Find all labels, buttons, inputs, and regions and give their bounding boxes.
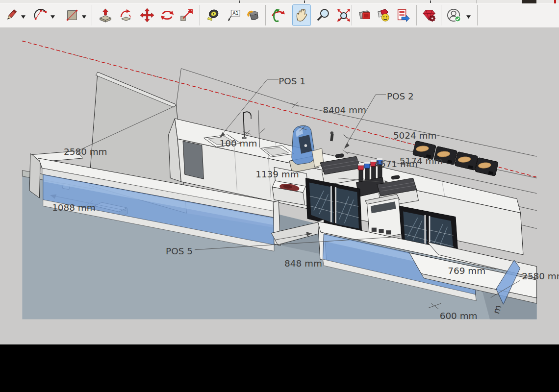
account-dropdown[interactable] bbox=[465, 13, 472, 20]
rotate-tool-button[interactable] bbox=[158, 4, 177, 26]
follow-me-tool-button[interactable] bbox=[117, 4, 135, 26]
account-icon bbox=[446, 8, 462, 23]
tape-measure-icon bbox=[206, 8, 221, 23]
line-tool-button[interactable] bbox=[2, 4, 21, 26]
tape-measure-tool-button[interactable] bbox=[204, 4, 223, 26]
chevron-down-icon bbox=[51, 15, 55, 19]
model-scene: POS 1 8404 mm POS 2 5024 mm 4571 mm 5174… bbox=[0, 27, 559, 344]
label-2580-right[interactable]: 2580 mm bbox=[522, 271, 559, 281]
toolbar-separator bbox=[265, 5, 266, 25]
toolbar-overflow-strip bbox=[0, 0, 559, 3]
label-100[interactable]: 100 mm bbox=[220, 138, 257, 148]
main-toolbar: A1 bbox=[0, 3, 559, 28]
label-pos5[interactable]: POS 5 bbox=[166, 246, 193, 256]
follow-me-icon bbox=[119, 8, 133, 23]
arc-icon bbox=[33, 8, 48, 23]
label-1088[interactable]: 1088 mm bbox=[52, 202, 95, 213]
push-pull-tool-button[interactable] bbox=[96, 4, 115, 26]
toolbar-separator bbox=[416, 5, 417, 25]
toolbar-separator bbox=[200, 5, 200, 25]
pan-hand-icon bbox=[294, 8, 309, 23]
3d-viewport[interactable]: POS 1 8404 mm POS 2 5024 mm 4571 mm 5174… bbox=[0, 27, 559, 344]
chevron-down-icon bbox=[466, 15, 471, 19]
export-report-button[interactable] bbox=[393, 4, 412, 26]
label-848[interactable]: 848 mm bbox=[284, 258, 322, 269]
dishwasher-front[interactable] bbox=[183, 141, 203, 179]
plugin-store-button[interactable] bbox=[374, 4, 393, 26]
export-page-icon bbox=[395, 8, 410, 23]
rectangle-icon bbox=[65, 8, 79, 23]
label-1139[interactable]: 1139 mm bbox=[255, 169, 299, 179]
toolbar-separator bbox=[92, 5, 92, 25]
orbit-icon bbox=[271, 8, 285, 23]
ruby-gear-icon bbox=[422, 8, 436, 23]
zoom-icon bbox=[316, 8, 330, 23]
rotate-icon bbox=[160, 8, 175, 23]
label-2580[interactable]: 2580 mm bbox=[64, 147, 107, 157]
label-600[interactable]: 600 mm bbox=[440, 311, 478, 321]
zoom-extents-button[interactable] bbox=[334, 4, 353, 26]
text-tool-icon: A1 bbox=[227, 8, 241, 23]
chevron-down-icon bbox=[82, 15, 86, 19]
line-tool-dropdown[interactable] bbox=[20, 13, 26, 20]
rectangle-tool-button[interactable] bbox=[63, 4, 81, 26]
pencil-icon bbox=[4, 8, 19, 23]
strip-separator bbox=[476, 0, 477, 3]
scale-tool-button[interactable] bbox=[177, 4, 196, 26]
ruby-smiley-icon bbox=[376, 8, 391, 23]
toolbar-separator bbox=[477, 5, 478, 25]
send-to-layout-button[interactable] bbox=[356, 4, 375, 26]
label-pos2[interactable]: POS 2 bbox=[387, 91, 414, 101]
paint-bucket-tool-button[interactable] bbox=[244, 4, 263, 26]
move-icon bbox=[140, 8, 154, 23]
pan-tool-button[interactable] bbox=[292, 4, 311, 26]
bottom-black-bar bbox=[0, 344, 559, 392]
layout-stack-icon bbox=[358, 8, 373, 23]
partial-icon-mark bbox=[430, 0, 431, 3]
toolbar-separator bbox=[441, 5, 441, 25]
toolbar-separator bbox=[352, 5, 352, 25]
zoom-tool-button[interactable] bbox=[314, 4, 332, 26]
partial-icon-mark bbox=[304, 0, 305, 3]
account-button[interactable] bbox=[444, 4, 464, 26]
extension-manager-button[interactable] bbox=[420, 4, 438, 26]
partial-icon-red bbox=[554, 0, 556, 3]
push-pull-icon bbox=[98, 8, 113, 23]
label-8404[interactable]: 8404 mm bbox=[323, 105, 366, 115]
label-5174[interactable]: 5174 mm bbox=[400, 156, 443, 166]
partial-icon-mark bbox=[239, 0, 240, 3]
label-pos1[interactable]: POS 1 bbox=[279, 76, 305, 86]
label-769[interactable]: 769 mm bbox=[448, 266, 485, 276]
rectangle-tool-dropdown[interactable] bbox=[80, 13, 87, 20]
scale-icon bbox=[179, 8, 194, 23]
chevron-down-icon bbox=[21, 15, 25, 19]
orbit-tool-button[interactable] bbox=[269, 4, 287, 26]
application-window: A1 bbox=[0, 0, 559, 392]
arc-tool-dropdown[interactable] bbox=[49, 13, 56, 20]
label-5024[interactable]: 5024 mm bbox=[393, 130, 436, 141]
text-tool-glyph: A1 bbox=[232, 10, 238, 16]
zoom-extents-icon bbox=[336, 8, 351, 23]
arc-tool-button[interactable] bbox=[31, 4, 50, 26]
text-tool-button[interactable]: A1 bbox=[225, 4, 243, 26]
move-tool-button[interactable] bbox=[138, 4, 156, 26]
paint-bucket-icon bbox=[246, 8, 261, 23]
